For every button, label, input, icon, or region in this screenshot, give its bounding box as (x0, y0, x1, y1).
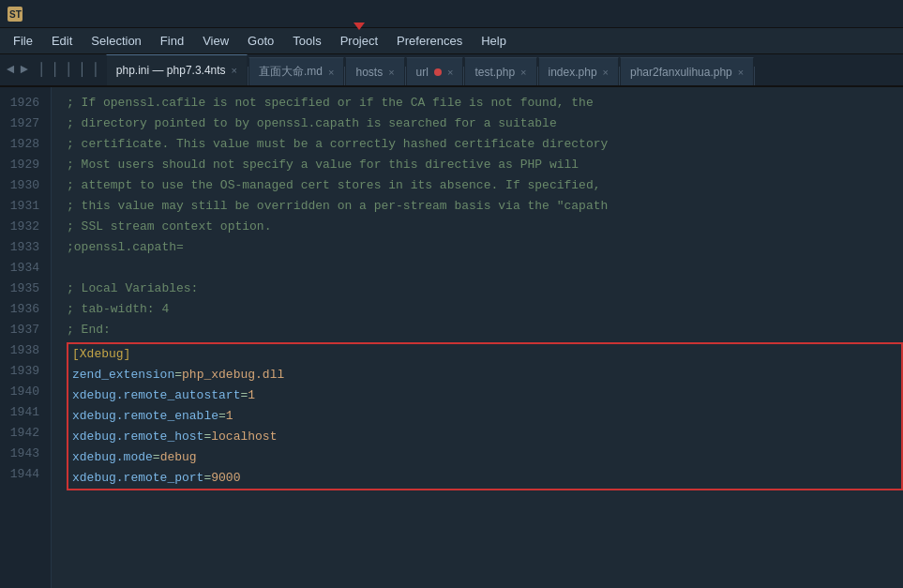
code-val-1941: 1 (226, 409, 233, 423)
tab-separator (754, 67, 755, 85)
zhimian-tab[interactable]: 直面大命.md× (248, 57, 344, 85)
menu-item-project[interactable]: Project (331, 30, 387, 53)
code-line-1929: ; Most users should not specify a value … (67, 155, 903, 175)
line-num-1926: 1926 (0, 93, 51, 113)
line-num-1944: 1944 (0, 464, 51, 485)
code-key-1942: xdebug.remote_host (72, 430, 203, 444)
line-num-1927: 1927 (0, 113, 51, 134)
nav-buttons: ◄ ► │ │ │ │ │ (0, 54, 106, 85)
test-tab[interactable]: test.php× (464, 57, 536, 85)
test-tab-close[interactable]: × (520, 67, 526, 78)
code-key-1939: zend_extension (72, 368, 174, 382)
index-tab-label: index.php (549, 66, 597, 79)
line-num-1937: 1937 (0, 320, 51, 340)
code-line-1942: xdebug.remote_host=localhost (72, 427, 901, 447)
code-key-1944: xdebug.remote_port (72, 471, 203, 485)
code-line-1939: zend_extension=php_xdebug.dll (72, 365, 901, 385)
code-val-1944: 9000 (211, 471, 240, 485)
menu-item-find[interactable]: Find (151, 30, 193, 53)
index-tab[interactable]: index.php× (538, 57, 619, 85)
hosts-tab-close[interactable]: × (388, 67, 394, 78)
code-key-1940: xdebug.remote_autostart (72, 388, 240, 402)
xdebug-highlight-block: [Xdebug]zend_extension=php_xdebug.dllxde… (67, 342, 903, 490)
zhimian-tab-label: 直面大命.md (259, 64, 323, 80)
code-line-1937: ; End: (67, 320, 903, 340)
zhimian-tab-close[interactable]: × (328, 67, 334, 78)
url-tab-dot (434, 68, 442, 76)
line-num-1938: 1938 (0, 340, 51, 361)
code-area[interactable]: ; If openssl.cafile is not specified or … (52, 87, 903, 588)
code-line-1938: [Xdebug] (72, 344, 901, 365)
code-val-1942: localhost (211, 430, 277, 444)
code-eq-1941: = (218, 409, 226, 423)
hosts-tab[interactable]: hosts× (345, 57, 404, 85)
code-val-1939: php_xdebug.dll (182, 368, 284, 382)
tab-group: php.ini — php7.3.4nts×直面大命.md×hosts×url×… (106, 54, 755, 85)
tab-bar: ◄ ► │ │ │ │ │ php.ini — php7.3.4nts×直面大命… (0, 54, 903, 87)
phar-tab-close[interactable]: × (738, 67, 744, 78)
url-tab-close[interactable]: × (447, 67, 453, 78)
url-tab[interactable]: url× (406, 57, 464, 85)
code-line-1936: ; tab-width: 4 (67, 299, 903, 320)
code-line-1930: ; attempt to use the OS-managed cert sto… (67, 175, 903, 196)
line-num-1942: 1942 (0, 423, 51, 444)
code-line-1934 (67, 258, 903, 279)
code-line-1941: xdebug.remote_enable=1 (72, 406, 901, 427)
php-ini-tab-close[interactable]: × (232, 65, 237, 76)
title-bar: ST (0, 0, 903, 28)
test-tab-label: test.php (474, 66, 515, 79)
code-val-1940: 1 (248, 388, 255, 402)
line-num-1933: 1933 (0, 237, 51, 258)
menu-item-help[interactable]: Help (472, 30, 516, 53)
menu-bar: FileEditSelectionFindViewGotoToolsProjec… (0, 28, 903, 54)
nav-pipe5: │ (88, 63, 101, 76)
arrow-indicator (354, 23, 365, 30)
menu-item-preferences[interactable]: Preferences (387, 30, 472, 53)
menu-item-selection[interactable]: Selection (82, 30, 150, 53)
code-line-1927: ; directory pointed to by openssl.capath… (67, 113, 903, 134)
nav-pipe1: │ (35, 63, 48, 76)
phar-tab[interactable]: phar2fanxulihua.php× (620, 57, 754, 85)
phar-tab-label: phar2fanxulihua.php (630, 66, 732, 79)
hosts-tab-label: hosts (355, 66, 383, 79)
line-num-1932: 1932 (0, 217, 51, 237)
line-num-1939: 1939 (0, 361, 51, 382)
code-key-1941: xdebug.remote_enable (72, 409, 218, 423)
code-line-1940: xdebug.remote_autostart=1 (72, 385, 901, 406)
code-line-1933: ;openssl.capath= (67, 237, 903, 258)
code-line-1928: ; certificate. This value must be a corr… (67, 134, 903, 155)
code-line-1926: ; If openssl.cafile is not specified or … (67, 93, 903, 113)
code-eq-1939: = (174, 368, 182, 382)
line-num-1929: 1929 (0, 155, 51, 175)
line-num-1936: 1936 (0, 299, 51, 320)
code-line-1931: ; this value may still be overridden on … (67, 196, 903, 217)
code-line-1943: xdebug.mode=debug (72, 447, 901, 468)
php-ini-tab-label: php.ini — php7.3.4nts (116, 64, 226, 77)
line-num-1928: 1928 (0, 134, 51, 155)
nav-pipe4: │ (75, 63, 88, 76)
nav-right[interactable]: ► (17, 63, 30, 76)
nav-pipe2: │ (48, 63, 61, 76)
menu-item-tools[interactable]: Tools (283, 30, 330, 53)
menu-item-file[interactable]: File (4, 30, 42, 53)
line-num-1935: 1935 (0, 279, 51, 299)
line-num-1934: 1934 (0, 258, 51, 279)
code-val-1943: debug (160, 450, 197, 464)
line-num-1941: 1941 (0, 402, 51, 423)
editor: 1926192719281929193019311932193319341935… (0, 87, 903, 588)
menu-item-edit[interactable]: Edit (42, 30, 82, 53)
app-icon: ST (8, 7, 23, 22)
line-numbers: 1926192719281929193019311932193319341935… (0, 87, 52, 588)
line-num-1931: 1931 (0, 196, 51, 217)
menu-item-goto[interactable]: Goto (238, 30, 283, 53)
index-tab-close[interactable]: × (603, 67, 609, 78)
code-line-1944: xdebug.remote_port=9000 (72, 468, 901, 489)
nav-left[interactable]: ◄ (4, 63, 17, 76)
line-num-1930: 1930 (0, 175, 51, 196)
php-ini-tab[interactable]: php.ini — php7.3.4nts× (106, 54, 248, 85)
nav-pipe3: │ (62, 63, 75, 76)
code-eq-1943: = (153, 450, 160, 464)
line-num-1940: 1940 (0, 382, 51, 402)
menu-item-view[interactable]: View (193, 30, 238, 53)
svg-text:ST: ST (9, 9, 22, 20)
